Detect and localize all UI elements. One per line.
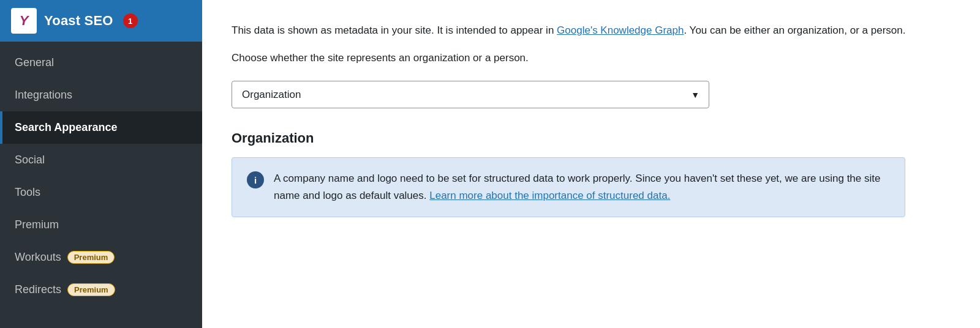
main-content: This data is shown as metadata in your s… bbox=[202, 0, 980, 328]
sidebar-item-label-search-appearance: Search Appearance bbox=[15, 121, 117, 134]
info-icon: i bbox=[247, 171, 264, 188]
sidebar-item-label-workouts: Workouts bbox=[15, 251, 61, 264]
organization-select-wrapper: OrganizationPerson ▼ bbox=[232, 81, 709, 108]
info-box: i A company name and logo need to be set… bbox=[232, 157, 905, 217]
sidebar-header: Y Yoast SEO 1 bbox=[0, 0, 202, 42]
sidebar-item-redirects[interactable]: RedirectsPremium bbox=[0, 274, 202, 306]
sidebar-item-social[interactable]: Social bbox=[0, 144, 202, 176]
sidebar-item-workouts[interactable]: WorkoutsPremium bbox=[0, 241, 202, 274]
info-text: A company name and logo need to be set f… bbox=[274, 170, 890, 204]
sidebar-item-label-general: General bbox=[15, 56, 54, 69]
structured-data-link[interactable]: Learn more about the importance of struc… bbox=[429, 190, 670, 201]
sidebar-item-tools[interactable]: Tools bbox=[0, 176, 202, 209]
sidebar-item-integrations[interactable]: Integrations bbox=[0, 79, 202, 111]
description-text-before-link: This data is shown as metadata in your s… bbox=[232, 24, 557, 36]
description-text-after-link: . You can be either an organization, or … bbox=[684, 24, 905, 36]
sidebar-item-search-appearance[interactable]: Search Appearance bbox=[0, 111, 202, 144]
sidebar-item-label-integrations: Integrations bbox=[15, 89, 72, 102]
sidebar-item-premium[interactable]: Premium bbox=[0, 209, 202, 241]
description-paragraph: This data is shown as metadata in your s… bbox=[232, 22, 951, 39]
yoast-logo: Y bbox=[11, 8, 37, 34]
choose-text: Choose whether the site represents an or… bbox=[232, 50, 951, 66]
organization-select[interactable]: OrganizationPerson bbox=[232, 81, 709, 108]
sidebar: Y Yoast SEO 1 GeneralIntegrationsSearch … bbox=[0, 0, 202, 328]
premium-badge-workouts: Premium bbox=[67, 251, 115, 264]
sidebar-item-label-social: Social bbox=[15, 154, 45, 166]
sidebar-nav: GeneralIntegrationsSearch AppearanceSoci… bbox=[0, 42, 202, 306]
sidebar-item-label-tools: Tools bbox=[15, 186, 40, 199]
sidebar-item-label-redirects: Redirects bbox=[15, 283, 61, 296]
organization-section-title: Organization bbox=[232, 130, 951, 146]
premium-badge-redirects: Premium bbox=[67, 283, 115, 296]
sidebar-title: Yoast SEO bbox=[44, 13, 113, 29]
sidebar-item-general[interactable]: General bbox=[0, 47, 202, 79]
notification-badge: 1 bbox=[123, 13, 138, 28]
knowledge-graph-link[interactable]: Google's Knowledge Graph bbox=[557, 24, 684, 36]
sidebar-item-label-premium: Premium bbox=[15, 218, 59, 231]
